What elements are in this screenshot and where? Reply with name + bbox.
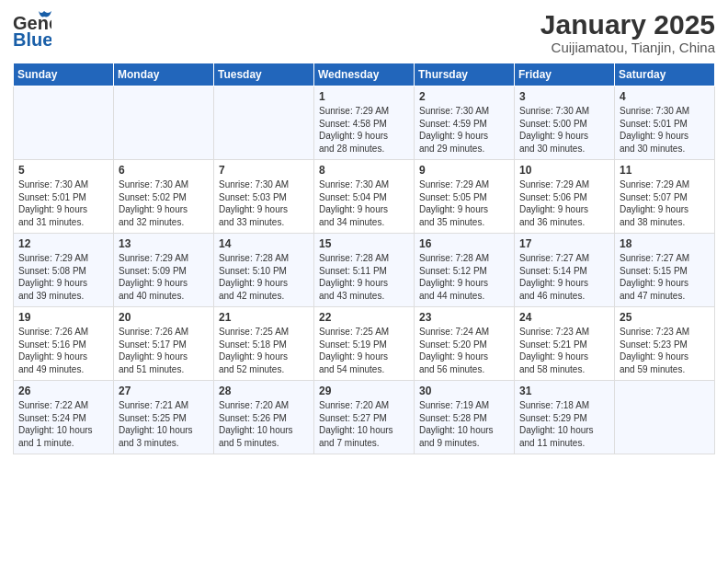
table-row: 11Sunrise: 7:29 AM Sunset: 5:07 PM Dayli… <box>615 160 715 234</box>
day-number: 8 <box>319 164 409 177</box>
day-info: Sunrise: 7:26 AM Sunset: 5:17 PM Dayligh… <box>119 326 209 375</box>
table-row: 24Sunrise: 7:23 AM Sunset: 5:21 PM Dayli… <box>515 307 615 381</box>
table-row: 21Sunrise: 7:25 AM Sunset: 5:18 PM Dayli… <box>214 307 314 381</box>
table-row: 22Sunrise: 7:25 AM Sunset: 5:19 PM Dayli… <box>314 307 415 381</box>
calendar-week-row: 1Sunrise: 7:29 AM Sunset: 4:58 PM Daylig… <box>14 86 715 160</box>
day-info: Sunrise: 7:23 AM Sunset: 5:23 PM Dayligh… <box>620 326 710 375</box>
day-info: Sunrise: 7:30 AM Sunset: 5:01 PM Dayligh… <box>620 105 710 155</box>
table-row: 20Sunrise: 7:26 AM Sunset: 5:17 PM Dayli… <box>114 307 214 381</box>
day-number: 19 <box>18 311 108 324</box>
day-info: Sunrise: 7:29 AM Sunset: 5:07 PM Dayligh… <box>620 178 710 228</box>
table-row <box>214 86 314 160</box>
day-number: 27 <box>119 385 209 397</box>
day-info: Sunrise: 7:28 AM Sunset: 5:11 PM Dayligh… <box>319 252 409 302</box>
day-number: 26 <box>18 385 108 397</box>
calendar-body: 1Sunrise: 7:29 AM Sunset: 4:58 PM Daylig… <box>14 86 715 454</box>
calendar-week-row: 19Sunrise: 7:26 AM Sunset: 5:16 PM Dayli… <box>14 307 715 381</box>
day-number: 18 <box>620 237 710 250</box>
day-number: 2 <box>419 90 509 103</box>
day-number: 11 <box>620 164 710 177</box>
calendar-title: January 2025 <box>540 9 715 40</box>
day-header-row: Sunday Monday Tuesday Wednesday Thursday… <box>14 63 715 86</box>
table-row: 8Sunrise: 7:30 AM Sunset: 5:04 PM Daylig… <box>314 160 415 234</box>
day-info: Sunrise: 7:24 AM Sunset: 5:20 PM Dayligh… <box>419 326 509 375</box>
table-row <box>615 381 715 454</box>
table-row: 3Sunrise: 7:30 AM Sunset: 5:00 PM Daylig… <box>515 86 615 160</box>
day-info: Sunrise: 7:30 AM Sunset: 5:00 PM Dayligh… <box>519 105 609 155</box>
header-monday: Monday <box>114 63 214 86</box>
table-row: 12Sunrise: 7:29 AM Sunset: 5:08 PM Dayli… <box>14 234 114 307</box>
day-info: Sunrise: 7:20 AM Sunset: 5:27 PM Dayligh… <box>319 399 409 449</box>
day-info: Sunrise: 7:30 AM Sunset: 5:01 PM Dayligh… <box>18 178 108 228</box>
day-number: 31 <box>519 385 609 397</box>
logo-icon: General Blue <box>13 9 51 53</box>
table-row: 9Sunrise: 7:29 AM Sunset: 5:05 PM Daylig… <box>415 160 515 234</box>
table-row: 26Sunrise: 7:22 AM Sunset: 5:24 PM Dayli… <box>14 381 114 454</box>
day-info: Sunrise: 7:29 AM Sunset: 5:08 PM Dayligh… <box>18 252 108 302</box>
day-info: Sunrise: 7:29 AM Sunset: 5:05 PM Dayligh… <box>419 178 509 228</box>
table-row <box>14 86 114 160</box>
day-number: 1 <box>319 90 409 103</box>
day-info: Sunrise: 7:26 AM Sunset: 5:16 PM Dayligh… <box>18 326 108 375</box>
header-wednesday: Wednesday <box>314 63 415 86</box>
day-number: 15 <box>319 237 409 250</box>
day-number: 10 <box>519 164 609 177</box>
calendar-subtitle: Cuijiamatou, Tianjin, China <box>540 40 715 55</box>
day-info: Sunrise: 7:30 AM Sunset: 5:03 PM Dayligh… <box>219 178 309 228</box>
table-row <box>114 86 214 160</box>
table-row: 5Sunrise: 7:30 AM Sunset: 5:01 PM Daylig… <box>14 160 114 234</box>
day-number: 25 <box>620 311 710 324</box>
day-number: 17 <box>519 237 609 250</box>
day-number: 16 <box>419 237 509 250</box>
day-info: Sunrise: 7:29 AM Sunset: 5:06 PM Dayligh… <box>519 178 609 228</box>
day-number: 22 <box>319 311 409 324</box>
day-number: 23 <box>419 311 509 324</box>
table-row: 2Sunrise: 7:30 AM Sunset: 4:59 PM Daylig… <box>415 86 515 160</box>
day-number: 28 <box>219 385 309 397</box>
day-number: 3 <box>519 90 609 103</box>
header-friday: Friday <box>515 63 615 86</box>
table-row: 13Sunrise: 7:29 AM Sunset: 5:09 PM Dayli… <box>114 234 214 307</box>
table-row: 31Sunrise: 7:18 AM Sunset: 5:29 PM Dayli… <box>515 381 615 454</box>
day-number: 20 <box>119 311 209 324</box>
table-row: 17Sunrise: 7:27 AM Sunset: 5:14 PM Dayli… <box>515 234 615 307</box>
table-row: 15Sunrise: 7:28 AM Sunset: 5:11 PM Dayli… <box>314 234 415 307</box>
day-number: 24 <box>519 311 609 324</box>
table-row: 23Sunrise: 7:24 AM Sunset: 5:20 PM Dayli… <box>415 307 515 381</box>
table-row: 16Sunrise: 7:28 AM Sunset: 5:12 PM Dayli… <box>415 234 515 307</box>
calendar-week-row: 5Sunrise: 7:30 AM Sunset: 5:01 PM Daylig… <box>14 160 715 234</box>
day-info: Sunrise: 7:18 AM Sunset: 5:29 PM Dayligh… <box>519 399 609 449</box>
day-number: 5 <box>18 164 108 177</box>
day-info: Sunrise: 7:20 AM Sunset: 5:26 PM Dayligh… <box>219 399 309 449</box>
day-info: Sunrise: 7:28 AM Sunset: 5:10 PM Dayligh… <box>219 252 309 302</box>
calendar-table: Sunday Monday Tuesday Wednesday Thursday… <box>13 63 715 454</box>
logo: General Blue <box>13 9 51 53</box>
table-row: 1Sunrise: 7:29 AM Sunset: 4:58 PM Daylig… <box>314 86 415 160</box>
day-info: Sunrise: 7:28 AM Sunset: 5:12 PM Dayligh… <box>419 252 509 302</box>
day-info: Sunrise: 7:29 AM Sunset: 4:58 PM Dayligh… <box>319 105 409 155</box>
table-row: 7Sunrise: 7:30 AM Sunset: 5:03 PM Daylig… <box>214 160 314 234</box>
day-info: Sunrise: 7:27 AM Sunset: 5:15 PM Dayligh… <box>620 252 710 302</box>
table-row: 4Sunrise: 7:30 AM Sunset: 5:01 PM Daylig… <box>615 86 715 160</box>
table-row: 14Sunrise: 7:28 AM Sunset: 5:10 PM Dayli… <box>214 234 314 307</box>
day-number: 6 <box>119 164 209 177</box>
day-info: Sunrise: 7:21 AM Sunset: 5:25 PM Dayligh… <box>119 399 209 449</box>
calendar-container: General Blue January 2025 Cuijiamatou, T… <box>0 0 728 464</box>
day-number: 13 <box>119 237 209 250</box>
table-row: 29Sunrise: 7:20 AM Sunset: 5:27 PM Dayli… <box>314 381 415 454</box>
header: General Blue January 2025 Cuijiamatou, T… <box>13 9 715 55</box>
day-number: 29 <box>319 385 409 397</box>
day-info: Sunrise: 7:22 AM Sunset: 5:24 PM Dayligh… <box>18 399 108 449</box>
day-number: 12 <box>18 237 108 250</box>
day-number: 21 <box>219 311 309 324</box>
day-info: Sunrise: 7:25 AM Sunset: 5:19 PM Dayligh… <box>319 326 409 375</box>
day-number: 7 <box>219 164 309 177</box>
day-number: 9 <box>419 164 509 177</box>
day-number: 30 <box>419 385 509 397</box>
table-row: 25Sunrise: 7:23 AM Sunset: 5:23 PM Dayli… <box>615 307 715 381</box>
title-block: January 2025 Cuijiamatou, Tianjin, China <box>540 9 715 55</box>
day-info: Sunrise: 7:29 AM Sunset: 5:09 PM Dayligh… <box>119 252 209 302</box>
day-info: Sunrise: 7:30 AM Sunset: 5:04 PM Dayligh… <box>319 178 409 228</box>
day-info: Sunrise: 7:27 AM Sunset: 5:14 PM Dayligh… <box>519 252 609 302</box>
day-info: Sunrise: 7:25 AM Sunset: 5:18 PM Dayligh… <box>219 326 309 375</box>
